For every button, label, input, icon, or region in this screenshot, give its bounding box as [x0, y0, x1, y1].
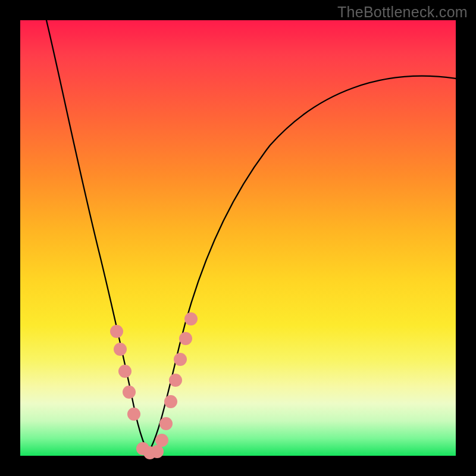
marker-point [159, 417, 173, 430]
marker-point [114, 343, 127, 356]
marker-point [169, 374, 182, 387]
chart-frame: TheBottleneck.com [0, 0, 476, 476]
curve-right-branch [148, 76, 456, 453]
watermark-text: TheBottleneck.com [337, 4, 468, 21]
plot-area [20, 20, 456, 456]
marker-point [127, 408, 140, 421]
bottleneck-curve [20, 20, 456, 456]
marker-point [164, 395, 177, 408]
marker-point [155, 434, 168, 447]
marker-point [123, 386, 136, 399]
curve-markers [110, 312, 198, 459]
marker-point [179, 332, 192, 345]
marker-point [118, 365, 131, 378]
marker-point [110, 325, 123, 338]
marker-point [151, 445, 164, 458]
marker-point [184, 312, 198, 325]
marker-point [174, 353, 187, 366]
